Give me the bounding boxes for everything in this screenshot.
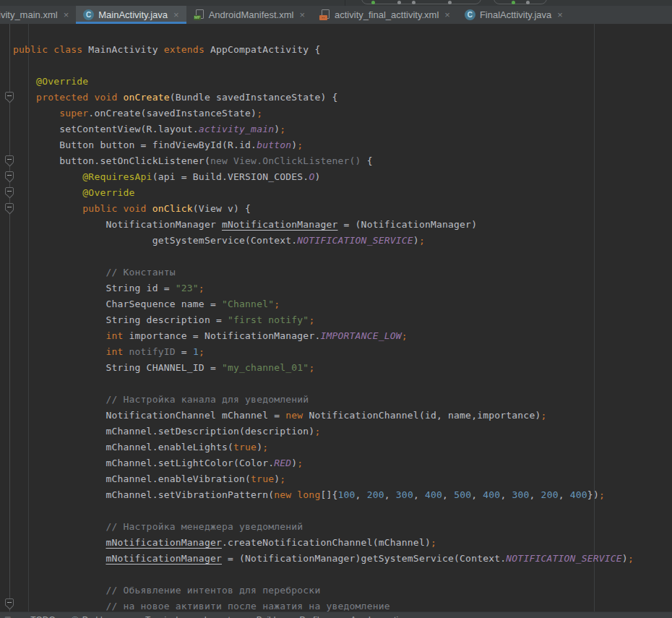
code-line[interactable]: @Override bbox=[13, 74, 672, 90]
code-line[interactable] bbox=[13, 503, 672, 519]
tool-window-button-app-inspection[interactable]: ⌕App Inspection bbox=[343, 615, 408, 618]
run-configuration-widget[interactable] bbox=[361, 0, 481, 4]
code-line[interactable]: public class MainActivity extends AppCom… bbox=[13, 42, 672, 58]
code-line[interactable]: mChannel.setVibrationPattern(new long[]{… bbox=[13, 487, 672, 503]
tab-label: AndroidManifest.xml bbox=[209, 9, 294, 20]
code-line[interactable]: @Override bbox=[13, 185, 672, 201]
code-line[interactable]: public void onClick(View v) { bbox=[13, 201, 672, 217]
tab-mainactivity-java[interactable]: CMainActivity.java× bbox=[76, 6, 186, 24]
tab-bar: ivity_main.xml×CMainActivity.java×Androi… bbox=[0, 6, 672, 24]
code-line[interactable]: mChannel.setLightColor(Color.RED); bbox=[13, 455, 672, 471]
code-line[interactable]: // Настройка канала для уведомлений bbox=[13, 392, 672, 408]
code-line[interactable]: // Константы bbox=[13, 265, 672, 280]
tab-finalacttivity-java[interactable]: CFinalActtivity.java× bbox=[457, 6, 570, 24]
tab-activity-final-acttivity-xml[interactable]: activity_final_acttivity.xml× bbox=[312, 6, 457, 24]
code-line[interactable]: // на новое активити после нажатия на ув… bbox=[13, 598, 672, 611]
code-line[interactable]: CharSequence name = "Channel"; bbox=[13, 296, 672, 312]
tool-window-label: Build bbox=[257, 615, 276, 618]
problems-icon: ⓘ bbox=[72, 615, 79, 618]
toolbar-dot-icon bbox=[412, 1, 415, 4]
layout-file-icon bbox=[319, 9, 330, 20]
tool-window-label: Logcat bbox=[204, 615, 231, 618]
code-line[interactable]: super.onCreate(savedInstanceState); bbox=[13, 106, 672, 121]
toolbar-strip bbox=[0, 0, 672, 6]
close-icon[interactable]: × bbox=[444, 9, 450, 20]
code-line[interactable]: mChannel.setDescription(description); bbox=[13, 424, 672, 439]
tool-window-label: Profiler bbox=[299, 615, 327, 618]
run-icon[interactable] bbox=[371, 1, 375, 4]
class-file-icon: C bbox=[83, 9, 94, 20]
tool-window-button-profiler[interactable]: ◔Profiler bbox=[291, 615, 327, 618]
code-line[interactable]: String id = "23"; bbox=[13, 280, 672, 296]
code-line[interactable]: button.setOnClickListener(new View.OnCli… bbox=[13, 153, 672, 169]
toolbar-separator bbox=[345, 0, 345, 6]
code-line[interactable]: NotificationChannel mChannel = new Notif… bbox=[13, 408, 672, 424]
code-line[interactable]: mNotificationManager.createNotificationC… bbox=[13, 535, 672, 551]
tab-label: activity_final_acttivity.xml bbox=[335, 9, 439, 20]
tab-activity-main-xml[interactable]: ivity_main.xml× bbox=[0, 6, 76, 24]
code-line[interactable]: mNotificationManager = (NotificationMana… bbox=[13, 551, 672, 567]
close-icon[interactable]: × bbox=[64, 9, 69, 20]
code-line[interactable]: String CHANNEL_ID = "my_channel_01"; bbox=[13, 360, 672, 376]
tool-window-button-todo[interactable]: ≡TODO bbox=[22, 615, 55, 618]
code-line[interactable] bbox=[13, 249, 672, 265]
debug-icon[interactable] bbox=[512, 1, 515, 4]
tool-window-button-terminal[interactable]: ▣Terminal bbox=[134, 615, 178, 618]
code-line[interactable]: mChannel.enableLights(true); bbox=[13, 439, 672, 455]
code-line[interactable]: protected void onCreate(Bundle savedInst… bbox=[13, 90, 672, 106]
fold-marker-icon[interactable] bbox=[5, 187, 14, 195]
device-widget[interactable] bbox=[494, 0, 547, 4]
code-line[interactable]: @RequiresApi(api = Build.VERSION_CODES.O… bbox=[13, 169, 672, 185]
code-line[interactable]: Button button = findViewById(R.id.button… bbox=[13, 137, 672, 153]
tab-label: MainActivity.java bbox=[98, 9, 168, 20]
toolbar-dot-icon bbox=[448, 1, 452, 4]
fold-marker-icon[interactable] bbox=[5, 171, 14, 179]
tool-window-stripe-icon[interactable]: ▥ bbox=[4, 615, 11, 618]
tool-window-label: Terminal bbox=[145, 615, 178, 618]
tool-window-button-build[interactable]: ⚒Build bbox=[246, 615, 276, 618]
close-icon[interactable]: × bbox=[299, 9, 305, 20]
close-icon[interactable]: × bbox=[557, 9, 563, 20]
code-line[interactable]: int importance = NotificationManager.IMP… bbox=[13, 328, 672, 344]
code-line[interactable]: setContentView(R.layout.activity_main); bbox=[13, 121, 672, 137]
code-line[interactable]: String description = "first notify"; bbox=[13, 312, 672, 328]
code-line[interactable]: mChannel.enableVibration(true); bbox=[13, 471, 672, 487]
tool-window-button-logcat[interactable]: ▤Logcat bbox=[194, 615, 230, 618]
code-line[interactable] bbox=[13, 58, 672, 74]
tab-label: FinalActtivity.java bbox=[480, 9, 551, 20]
code-area[interactable]: public class MainActivity extends AppCom… bbox=[13, 42, 672, 611]
code-line[interactable]: // Настройка менеджера уведомлений bbox=[13, 519, 672, 535]
fold-marker-icon[interactable] bbox=[5, 155, 14, 163]
fold-marker-icon[interactable] bbox=[5, 598, 14, 606]
tab-label: ivity_main.xml bbox=[0, 9, 58, 20]
code-line[interactable]: // Обьявление интентов для переброски bbox=[13, 583, 672, 598]
manifest-file-icon bbox=[194, 9, 204, 20]
class-file-icon: C bbox=[465, 9, 475, 20]
close-icon[interactable]: × bbox=[173, 9, 179, 20]
tool-window-label: Problems bbox=[82, 615, 119, 618]
code-line[interactable] bbox=[13, 376, 672, 392]
code-line[interactable] bbox=[13, 567, 672, 583]
tool-window-label: App Inspection bbox=[350, 615, 408, 618]
fold-marker-icon[interactable] bbox=[5, 203, 14, 211]
toolbar-dot-icon bbox=[526, 1, 530, 4]
code-line[interactable]: int notifyID = 1; bbox=[13, 344, 672, 360]
tool-window-bar: ▥ ≡TODOⓘProblems▣Terminal▤Logcat⚒Build◔P… bbox=[0, 611, 672, 618]
tool-window-label: TODO bbox=[30, 615, 55, 618]
code-editor[interactable]: public class MainActivity extends AppCom… bbox=[0, 24, 672, 611]
code-line[interactable]: getSystemService(Context.NOTIFICATION_SE… bbox=[13, 233, 672, 249]
code-line[interactable]: NotificationManager mNotificationManager… bbox=[13, 217, 672, 233]
toolbar-dot-icon bbox=[397, 1, 401, 4]
tool-window-button-problems[interactable]: ⓘProblems bbox=[72, 615, 119, 618]
tab-androidmanifest-xml[interactable]: AndroidManifest.xml× bbox=[186, 6, 312, 24]
fold-marker-icon[interactable] bbox=[5, 92, 14, 100]
gutter-fold-line bbox=[9, 24, 10, 611]
